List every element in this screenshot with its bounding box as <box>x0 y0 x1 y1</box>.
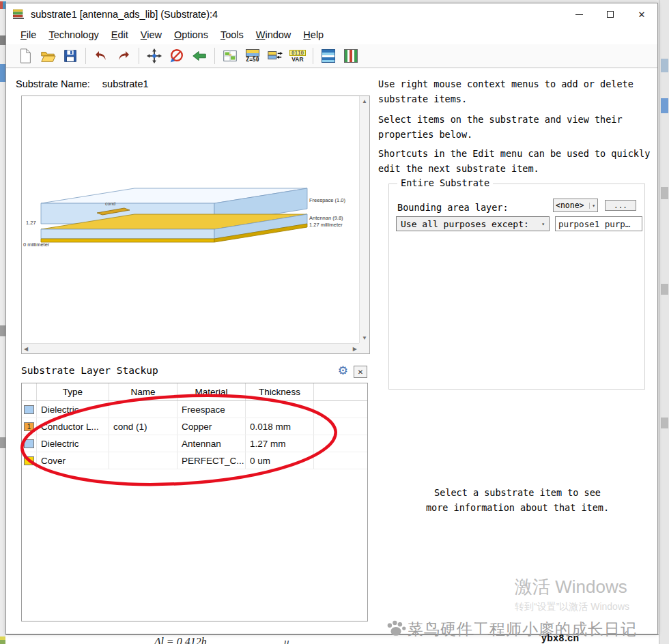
preview-left-thickness-label: 1.27 <box>26 220 36 226</box>
cell-type[interactable]: Dielectric <box>37 401 109 418</box>
background-window-fragment <box>0 325 5 336</box>
cell-material[interactable]: PERFECT_C... <box>177 452 246 469</box>
cell-type[interactable]: Dielectric <box>37 435 109 452</box>
substrate-3d-preview: cond Freespace (1.0) Antennan (9.8) 1.27… <box>22 96 360 344</box>
chevron-down-icon: ▾ <box>541 221 545 227</box>
titlebar: substrate1 [antenna_ads_lib] (Substrate)… <box>6 3 657 25</box>
layers-horizontal-icon[interactable] <box>319 46 338 66</box>
layout-grid-icon[interactable] <box>220 46 240 66</box>
table-row-dielectric-freespace[interactable]: Dielectric Freespace <box>22 401 367 418</box>
preview-thickness-label: 1.27 millimeter <box>309 222 343 228</box>
preview-horizontal-scrollbar[interactable]: ◀ ▶ <box>22 343 359 353</box>
redo-icon[interactable] <box>114 46 133 66</box>
layers-horizontal-glyph <box>322 49 335 63</box>
background-window-fragment <box>661 284 668 295</box>
stackup-table: Type Name Material Thickness Dielectric … <box>21 383 368 621</box>
background-window-fragment <box>661 187 668 199</box>
menu-edit[interactable]: Edit <box>105 27 134 42</box>
menu-technology[interactable]: Technology <box>42 27 104 42</box>
column-header-material[interactable]: Material <box>177 383 246 400</box>
toolbar-separator <box>139 48 139 64</box>
stackup-close-button[interactable]: ✕ <box>354 366 367 378</box>
preview-cond-label: cond <box>105 201 115 206</box>
substrate-preview-panel[interactable]: cond Freespace (1.0) Antennan (9.8) 1.27… <box>21 96 370 354</box>
scrollbar-corner <box>359 343 369 353</box>
scroll-left-icon[interactable]: ◀ <box>24 346 28 352</box>
background-window-fragment <box>661 59 668 72</box>
cell-thickness[interactable] <box>246 401 314 418</box>
item-info-placeholder-text: Select a substrate item to see more info… <box>388 486 646 515</box>
bounding-area-value: <none> <box>556 201 584 210</box>
preview-antennan-label: Antennan (9.8) <box>309 215 343 221</box>
scroll-up-icon[interactable]: ▲ <box>362 98 367 104</box>
layers-vertical-icon[interactable] <box>341 46 360 66</box>
menu-file[interactable]: File <box>14 27 42 42</box>
activate-windows-watermark: 激活 Windows <box>515 575 627 599</box>
new-file-icon[interactable] <box>16 46 35 66</box>
menu-view[interactable]: View <box>134 27 168 42</box>
cell-name[interactable] <box>109 452 177 469</box>
z50-stackup-icon[interactable]: Z=50 <box>243 46 262 66</box>
cell-material[interactable]: Antennan <box>177 435 246 452</box>
menu-options[interactable]: Options <box>168 27 214 42</box>
cell-name[interactable] <box>109 435 177 452</box>
stackup-table-header: Type Name Material Thickness <box>22 383 367 401</box>
scroll-down-icon[interactable]: ▼ <box>362 335 367 341</box>
substrate-name-row: Substrate Name: substrate1 <box>16 78 149 89</box>
column-header-swatch <box>22 383 37 400</box>
entire-substrate-group: Entire Substrate Bounding area layer: <n… <box>388 184 645 390</box>
minimize-button[interactable] <box>563 3 595 25</box>
cell-name[interactable]: cond (1) <box>109 418 177 435</box>
window-title: substrate1 [antenna_ads_lib] (Substrate)… <box>31 9 218 20</box>
close-icon: ✕ <box>638 10 646 19</box>
minimize-icon <box>575 14 583 15</box>
background-window-fragment <box>661 418 668 428</box>
menu-window[interactable]: Window <box>250 27 298 42</box>
column-header-thickness[interactable]: Thickness <box>246 383 314 400</box>
gear-icon[interactable]: ⚙ <box>338 365 348 377</box>
menu-help[interactable]: Help <box>297 27 330 42</box>
green-left-arrow-icon[interactable] <box>190 46 209 66</box>
cell-type[interactable]: Conductor L... <box>37 418 109 435</box>
save-icon[interactable] <box>61 46 80 66</box>
substrate-editor-window: substrate1 [antenna_ads_lib] (Substrate)… <box>5 3 658 634</box>
maximize-button[interactable] <box>595 3 626 25</box>
var-icon[interactable]: 0110 VAR <box>288 46 307 66</box>
layer-swatch <box>24 439 34 448</box>
window-controls: ✕ <box>563 3 657 25</box>
preview-vertical-scrollbar[interactable]: ▲ ▼ <box>359 96 369 343</box>
column-header-filler <box>314 383 367 400</box>
purposes-dropdown-button[interactable]: Use all purposes except: ▾ <box>396 216 550 231</box>
preview-freespace-label: Freespace (1.0) <box>309 197 345 203</box>
cell-name[interactable] <box>109 401 177 418</box>
stackup-arrows-icon[interactable] <box>266 46 285 66</box>
cell-thickness[interactable]: 0 um <box>246 452 314 469</box>
layers-vertical-glyph <box>344 49 358 63</box>
chevron-down-icon: ▾ <box>589 203 595 209</box>
table-row-cover[interactable]: Cover PERFECT_C... 0 um <box>22 452 367 469</box>
cell-material[interactable]: Freespace <box>177 401 246 418</box>
bounding-area-browse-button[interactable]: ... <box>605 200 636 211</box>
column-header-type[interactable]: Type <box>37 383 109 400</box>
background-window-fragment <box>0 437 5 448</box>
bounding-area-dropdown[interactable]: <none> ▾ <box>553 199 598 212</box>
purposes-value-field[interactable]: purpose1 purp… <box>555 216 642 231</box>
red-slash-circle-icon[interactable] <box>167 46 186 66</box>
open-icon[interactable] <box>38 46 57 66</box>
close-button[interactable]: ✕ <box>626 3 657 25</box>
column-header-name[interactable]: Name <box>109 383 177 400</box>
table-row-dielectric-antennan[interactable]: Dielectric Antennan 1.27 mm <box>22 435 367 452</box>
table-row-conductor-cond[interactable]: 1 Conductor L... cond (1) Copper 0.018 m… <box>22 418 367 435</box>
toolbar-separator <box>313 48 313 64</box>
menu-tools[interactable]: Tools <box>214 27 250 42</box>
cell-type[interactable]: Cover <box>37 452 109 469</box>
move-pan-icon[interactable] <box>145 46 164 66</box>
menubar: File Technology Edit View Options Tools … <box>6 25 657 44</box>
cell-thickness[interactable]: 1.27 mm <box>246 435 314 452</box>
toolbar: Z=50 0110 VAR <box>6 44 657 68</box>
cell-thickness[interactable]: 0.018 mm <box>246 418 314 435</box>
cell-material[interactable]: Copper <box>177 418 246 435</box>
scroll-right-icon[interactable]: ▶ <box>353 346 357 352</box>
entire-substrate-title: Entire Substrate <box>397 177 493 188</box>
undo-icon[interactable] <box>91 46 111 66</box>
